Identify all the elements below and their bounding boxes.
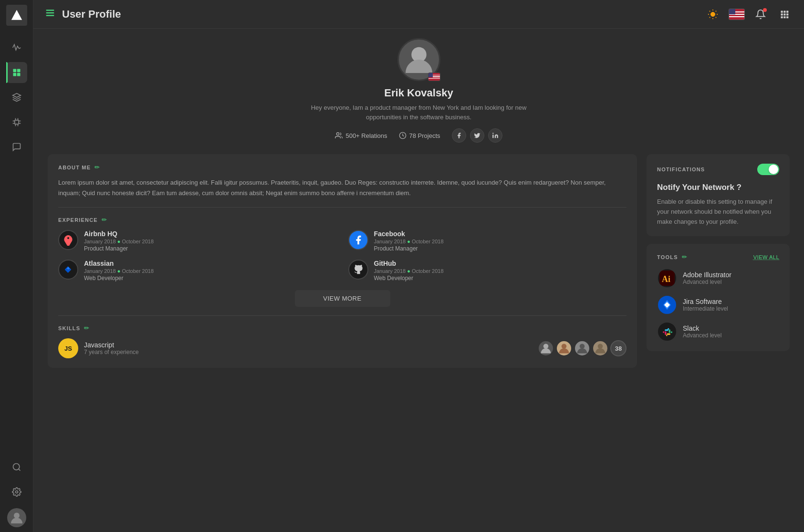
page-title: User Profile bbox=[62, 8, 705, 21]
airbnb-logo bbox=[58, 230, 78, 250]
app-logo[interactable] bbox=[6, 5, 27, 26]
endorsers-count: 38 bbox=[610, 340, 626, 356]
left-column: ABOUT ME ✏ Lorem ipsum dolor sit amet, c… bbox=[48, 154, 637, 368]
tools-card: TOOLS ✏ VIEW ALL Ai bbox=[647, 244, 790, 351]
experience-title: EXPERIENCE bbox=[58, 217, 98, 223]
language-flag-icon[interactable] bbox=[729, 6, 745, 22]
svg-rect-36 bbox=[781, 16, 783, 18]
endorser-1 bbox=[538, 340, 554, 356]
svg-rect-42 bbox=[492, 135, 493, 138]
notifications-toggle[interactable] bbox=[757, 164, 779, 175]
exp-item-airbnb: Airbnb HQ January 2018 ● October 2018 Pr… bbox=[58, 230, 337, 252]
svg-line-24 bbox=[710, 10, 710, 11]
jira-info: Jira Software Intermediate level bbox=[683, 298, 728, 312]
theme-toggle-icon[interactable] bbox=[705, 6, 721, 22]
svg-point-16 bbox=[15, 491, 18, 493]
apps-grid-icon[interactable] bbox=[776, 6, 793, 22]
about-me-edit-icon[interactable]: ✏ bbox=[94, 164, 100, 171]
svg-rect-30 bbox=[781, 10, 783, 12]
facebook-role: Product Manager bbox=[374, 245, 627, 252]
notification-bell-icon[interactable] bbox=[752, 6, 769, 22]
sidebar-item-chat[interactable] bbox=[6, 136, 27, 157]
view-more-button[interactable]: VIEW MORE bbox=[295, 290, 390, 307]
svg-rect-51 bbox=[659, 324, 675, 339]
svg-rect-37 bbox=[783, 16, 785, 18]
right-column: NOTIFICATIONS Notify Your Network ? Enab… bbox=[647, 154, 790, 351]
tool-item-slack: Slack Advanced level bbox=[657, 322, 779, 342]
sidebar-item-grid[interactable] bbox=[6, 62, 27, 83]
exp-item-facebook: Facebook January 2018 ● October 2018 Pro… bbox=[348, 230, 627, 252]
tools-edit-icon[interactable]: ✏ bbox=[682, 253, 687, 261]
tool-item-illustrator: Ai Adobe Illustrator Advanced level bbox=[657, 268, 779, 288]
about-me-text: Lorem ipsum dolor sit amet, consectetur … bbox=[58, 177, 626, 198]
tools-view-all-link[interactable]: VIEW ALL bbox=[753, 254, 779, 260]
sidebar bbox=[0, 0, 33, 532]
svg-point-17 bbox=[14, 513, 20, 519]
svg-rect-35 bbox=[786, 13, 788, 15]
svg-line-15 bbox=[18, 469, 20, 471]
illustrator-name: Adobe Illustrator bbox=[683, 271, 731, 279]
js-name: Javascript bbox=[84, 341, 532, 349]
menu-icon[interactable] bbox=[45, 8, 55, 21]
linkedin-link[interactable] bbox=[488, 128, 502, 143]
svg-rect-32 bbox=[786, 10, 788, 12]
airbnb-dates: January 2018 ● October 2018 bbox=[84, 239, 337, 244]
svg-point-44 bbox=[543, 344, 549, 349]
cards-row: ABOUT ME ✏ Lorem ipsum dolor sit amet, c… bbox=[48, 154, 790, 368]
atlassian-info: Atlassian January 2018 ● October 2018 We… bbox=[84, 260, 337, 282]
svg-rect-38 bbox=[786, 16, 788, 18]
sidebar-item-pulse[interactable] bbox=[6, 37, 27, 58]
slack-level: Advanced level bbox=[683, 332, 721, 339]
atlassian-dates: January 2018 ● October 2018 bbox=[84, 268, 337, 274]
facebook-link[interactable] bbox=[452, 128, 466, 143]
svg-rect-1 bbox=[13, 69, 16, 73]
divider-2 bbox=[58, 315, 626, 316]
sidebar-item-box[interactable] bbox=[6, 87, 27, 108]
svg-rect-31 bbox=[783, 10, 785, 12]
github-info: GitHub January 2018 ● October 2018 Web D… bbox=[374, 260, 627, 282]
about-me-card: ABOUT ME ✏ Lorem ipsum dolor sit amet, c… bbox=[48, 154, 637, 368]
experience-edit-icon[interactable]: ✏ bbox=[102, 216, 107, 223]
svg-rect-4 bbox=[17, 73, 20, 76]
notifications-title: NOTIFICATIONS bbox=[657, 167, 705, 172]
tools-header: TOOLS ✏ VIEW ALL bbox=[657, 253, 779, 261]
skills-header: SKILLS ✏ bbox=[58, 324, 626, 332]
twitter-link[interactable] bbox=[470, 128, 484, 143]
main-area: User Profile bbox=[33, 0, 804, 532]
js-info: Javascript 7 years of experience bbox=[84, 341, 532, 355]
svg-point-21 bbox=[710, 12, 715, 16]
svg-point-40 bbox=[337, 133, 339, 135]
facebook-dates: January 2018 ● October 2018 bbox=[374, 239, 627, 244]
sidebar-item-chip[interactable] bbox=[6, 112, 27, 133]
svg-rect-3 bbox=[13, 73, 16, 76]
sidebar-item-search[interactable] bbox=[6, 457, 27, 478]
svg-rect-33 bbox=[781, 13, 783, 15]
user-avatar-sidebar[interactable] bbox=[7, 508, 26, 527]
projects-count: 78 Projects bbox=[409, 132, 440, 139]
about-me-header: ABOUT ME ✏ bbox=[58, 164, 626, 171]
atlassian-role: Web Developer bbox=[84, 275, 337, 282]
notification-dot bbox=[763, 8, 767, 12]
github-role: Web Developer bbox=[374, 275, 627, 282]
sidebar-item-settings[interactable] bbox=[6, 481, 27, 502]
jira-name: Jira Software bbox=[683, 298, 728, 305]
svg-rect-2 bbox=[17, 69, 20, 73]
notifications-header: NOTIFICATIONS bbox=[657, 164, 779, 175]
social-links bbox=[452, 128, 502, 143]
facebook-logo bbox=[348, 230, 368, 250]
profile-country-flag bbox=[428, 73, 440, 81]
svg-point-46 bbox=[580, 344, 585, 349]
svg-line-28 bbox=[710, 17, 710, 17]
divider-1 bbox=[58, 207, 626, 208]
slack-info: Slack Advanced level bbox=[683, 324, 721, 339]
notifications-card: NOTIFICATIONS Notify Your Network ? Enab… bbox=[647, 154, 790, 236]
skills-edit-icon[interactable]: ✏ bbox=[84, 324, 89, 332]
svg-line-29 bbox=[716, 10, 716, 11]
tools-title: TOOLS bbox=[657, 254, 678, 260]
projects-stat: 78 Projects bbox=[399, 132, 440, 139]
us-flag bbox=[729, 9, 745, 20]
svg-point-14 bbox=[13, 464, 19, 470]
slack-icon bbox=[657, 322, 677, 342]
svg-rect-34 bbox=[783, 13, 785, 15]
svg-line-25 bbox=[716, 17, 716, 17]
